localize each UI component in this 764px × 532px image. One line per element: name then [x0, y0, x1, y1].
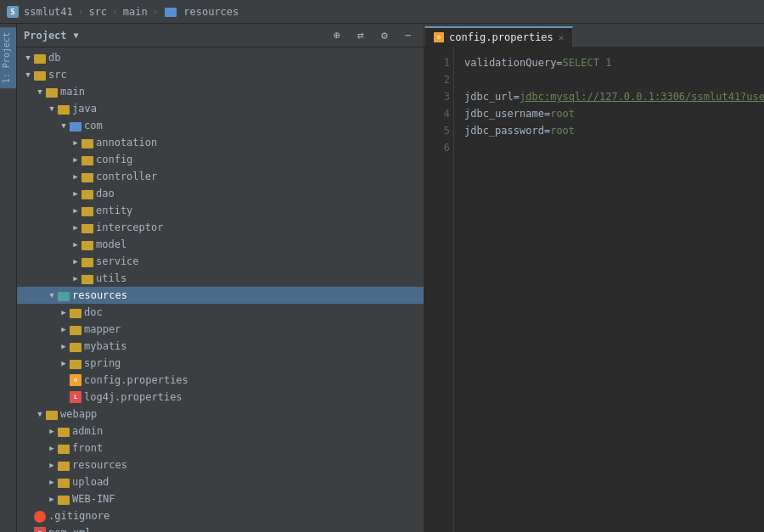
tab-file-icon: ⚙	[434, 32, 444, 42]
tree-arrow[interactable]	[58, 374, 70, 386]
tree-item-label: webapp	[60, 408, 97, 420]
tree-arrow[interactable]: ▶	[58, 306, 70, 318]
tree-arrow[interactable]: ▶	[46, 476, 58, 488]
tree-item-label: config.properties	[84, 374, 188, 386]
tree-item-icon	[70, 122, 81, 132]
tree-item-icon	[70, 343, 81, 352]
tree-item-icon	[81, 224, 93, 233]
tree-arrow[interactable]: ▶	[70, 171, 81, 182]
tree-arrow[interactable]: ▶	[58, 340, 70, 352]
line-number: 4	[424, 105, 450, 122]
tree-item-label: WEB-INF	[72, 493, 115, 505]
tree-item-icon	[58, 292, 70, 301]
tree-item[interactable]: ▶entity	[17, 202, 424, 219]
tab-close-button[interactable]: ✕	[559, 32, 565, 43]
tree-item[interactable]: ▼java	[17, 100, 424, 117]
tree-item[interactable]: ▶config	[17, 151, 424, 168]
tree-arrow[interactable]: ▶	[70, 137, 81, 148]
tree-item-icon	[34, 511, 46, 523]
sidebar-project-tab[interactable]: 1: Project	[0, 27, 16, 88]
code-line	[464, 71, 764, 88]
tree-item[interactable]: ▶service	[17, 253, 424, 270]
tree-item-label: java	[72, 103, 97, 115]
tree-arrow[interactable]: ▶	[70, 238, 81, 250]
breadcrumb-sep-1: ›	[78, 6, 84, 17]
tree-arrow[interactable]: ▼	[58, 120, 70, 132]
tree-arrow[interactable]	[22, 527, 34, 532]
tree-item[interactable]: Llog4j.properties	[17, 389, 424, 406]
tree-arrow[interactable]: ▼	[46, 103, 58, 115]
tree-arrow[interactable]: ▼	[46, 289, 58, 301]
tree-item-icon: m	[34, 527, 46, 532]
tree-item-icon	[70, 360, 81, 369]
tree-item-icon	[81, 258, 93, 267]
tree-item[interactable]: ⚙config.properties	[17, 372, 424, 389]
tree-arrow[interactable]: ▼	[22, 69, 34, 81]
tree-item[interactable]: ▶annotation	[17, 134, 424, 151]
tree-item[interactable]: ▼resources	[17, 287, 424, 304]
tree-item-label: db	[48, 52, 60, 64]
minimize-icon-btn[interactable]: −	[400, 27, 417, 44]
tree-item-icon	[81, 275, 93, 284]
tree-arrow[interactable]: ▶	[70, 272, 81, 284]
tree-item[interactable]: ▶spring	[17, 355, 424, 372]
gear-icon-btn[interactable]: ⚙	[376, 27, 393, 44]
tree-item[interactable]: ▼src	[17, 66, 424, 83]
tree-item[interactable]: ▶interceptor	[17, 219, 424, 236]
tree-arrow[interactable]: ▶	[70, 255, 81, 267]
tree-item[interactable]: ▶front	[17, 440, 424, 456]
tree-item[interactable]: ▶doc	[17, 304, 424, 321]
tree-arrow[interactable]: ▶	[70, 154, 81, 165]
project-toolbar: Project ▼ ⊕ ⇄ ⚙ −	[17, 24, 424, 48]
project-tree[interactable]: ▼db▼src▼main▼java▼com▶annotation▶config▶…	[17, 48, 424, 532]
tree-item[interactable]: ▶model	[17, 236, 424, 253]
tree-item[interactable]: ▶resources	[17, 456, 424, 473]
tree-item[interactable]: ▶dao	[17, 185, 424, 202]
tree-arrow[interactable]: ▶	[70, 221, 81, 233]
tree-item[interactable]: ▼com	[17, 117, 424, 134]
tree-arrow[interactable]: ▶	[70, 188, 81, 199]
tree-item[interactable]: ▶WEB-INF	[17, 490, 424, 507]
tree-item-icon	[58, 445, 70, 454]
tree-item[interactable]: ▼webapp	[17, 406, 424, 423]
tree-item[interactable]: .gitignore	[17, 507, 424, 524]
tree-item-icon: ⚙	[70, 374, 81, 386]
tree-item[interactable]: mpom.xml	[17, 524, 424, 532]
tree-item-label: entity	[96, 204, 132, 216]
project-toolbar-caret[interactable]: ▼	[74, 31, 79, 40]
tree-item-label: resources	[72, 289, 127, 301]
breadcrumb-resources: resources	[183, 6, 239, 18]
tree-arrow[interactable]: ▶	[46, 459, 58, 471]
tree-item[interactable]: ▼main	[17, 83, 424, 100]
tree-item[interactable]: ▶utils	[17, 270, 424, 287]
line-number: 5	[424, 122, 450, 139]
tree-arrow[interactable]: ▼	[34, 408, 46, 420]
tree-item-icon	[81, 173, 93, 182]
tree-arrow[interactable]: ▶	[46, 442, 58, 454]
code-area[interactable]: validationQuery=SELECT 1 jdbc_url=jdbc:m…	[454, 48, 764, 532]
tree-arrow[interactable]: ▶	[58, 323, 70, 335]
tree-item[interactable]: ▶admin	[17, 423, 424, 440]
tree-arrow[interactable]	[58, 391, 70, 403]
tree-item[interactable]: ▶mapper	[17, 321, 424, 338]
line-number: 2	[424, 71, 450, 88]
config-properties-tab[interactable]: ⚙ config.properties ✕	[424, 26, 573, 47]
tree-arrow[interactable]: ▶	[70, 204, 81, 216]
tree-arrow[interactable]	[22, 510, 34, 522]
tree-arrow[interactable]: ▶	[46, 425, 58, 437]
tree-arrow[interactable]: ▶	[58, 357, 70, 369]
tree-item[interactable]: ▶upload	[17, 473, 424, 490]
tree-arrow[interactable]: ▶	[46, 493, 58, 505]
breadcrumb-src: src	[88, 6, 107, 18]
code-line: jdbc_username=root	[464, 105, 764, 122]
sliders-icon-btn[interactable]: ⇄	[352, 27, 369, 44]
tree-arrow[interactable]: ▼	[34, 86, 46, 98]
tree-item[interactable]: ▶controller	[17, 168, 424, 185]
tree-arrow[interactable]: ▼	[22, 52, 34, 64]
tree-item[interactable]: ▶mybatis	[17, 338, 424, 355]
tree-item[interactable]: ▼db	[17, 49, 424, 66]
project-panel: Project ▼ ⊕ ⇄ ⚙ − ▼db▼src▼main▼java▼com▶…	[17, 24, 424, 532]
tree-item-icon: L	[70, 391, 81, 403]
tree-item-icon	[58, 462, 70, 471]
globe-icon-btn[interactable]: ⊕	[329, 27, 345, 44]
